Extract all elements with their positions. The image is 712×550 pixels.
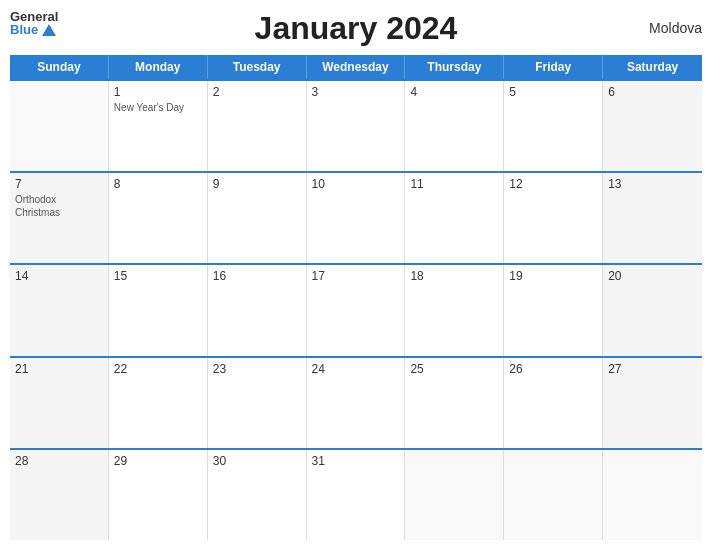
day-number: 13 xyxy=(608,177,697,191)
day-number: 15 xyxy=(114,269,202,283)
day-number: 19 xyxy=(509,269,597,283)
holiday-name: Orthodox Christmas xyxy=(15,193,103,219)
calendar-container: General Blue January 2024 Moldova Sunday… xyxy=(0,0,712,550)
day-cell: 3 xyxy=(307,81,406,171)
day-cell: 13 xyxy=(603,173,702,263)
day-number: 25 xyxy=(410,362,498,376)
day-cell xyxy=(504,450,603,540)
day-number: 21 xyxy=(15,362,103,376)
day-number: 6 xyxy=(608,85,697,99)
weeks-container: 1New Year's Day234567Orthodox Christmas8… xyxy=(10,79,702,540)
day-cell: 19 xyxy=(504,265,603,355)
day-cell: 22 xyxy=(109,358,208,448)
day-number: 23 xyxy=(213,362,301,376)
day-number: 9 xyxy=(213,177,301,191)
day-number: 31 xyxy=(312,454,400,468)
country-label: Moldova xyxy=(649,20,702,36)
day-header-wednesday: Wednesday xyxy=(307,55,406,79)
day-cell: 27 xyxy=(603,358,702,448)
day-cell xyxy=(405,450,504,540)
logo-triangle-icon xyxy=(42,24,56,36)
day-cell: 20 xyxy=(603,265,702,355)
day-cell: 5 xyxy=(504,81,603,171)
days-header: Sunday Monday Tuesday Wednesday Thursday… xyxy=(10,55,702,79)
day-cell: 6 xyxy=(603,81,702,171)
day-cell: 4 xyxy=(405,81,504,171)
day-header-monday: Monday xyxy=(109,55,208,79)
day-number: 18 xyxy=(410,269,498,283)
day-header-sunday: Sunday xyxy=(10,55,109,79)
day-cell: 24 xyxy=(307,358,406,448)
day-cell: 23 xyxy=(208,358,307,448)
day-cell: 26 xyxy=(504,358,603,448)
day-number: 10 xyxy=(312,177,400,191)
week-row-5: 28293031 xyxy=(10,448,702,540)
day-header-saturday: Saturday xyxy=(603,55,702,79)
day-cell: 18 xyxy=(405,265,504,355)
week-row-2: 7Orthodox Christmas8910111213 xyxy=(10,171,702,263)
day-cell xyxy=(10,81,109,171)
day-cell: 17 xyxy=(307,265,406,355)
day-number: 8 xyxy=(114,177,202,191)
week-row-1: 1New Year's Day23456 xyxy=(10,79,702,171)
day-cell: 15 xyxy=(109,265,208,355)
day-cell: 2 xyxy=(208,81,307,171)
day-number: 11 xyxy=(410,177,498,191)
day-number: 14 xyxy=(15,269,103,283)
day-number: 30 xyxy=(213,454,301,468)
day-cell: 1New Year's Day xyxy=(109,81,208,171)
day-cell: 10 xyxy=(307,173,406,263)
calendar-grid: Sunday Monday Tuesday Wednesday Thursday… xyxy=(10,55,702,540)
calendar-title: January 2024 xyxy=(255,10,458,47)
day-number: 4 xyxy=(410,85,498,99)
day-number: 2 xyxy=(213,85,301,99)
holiday-name: New Year's Day xyxy=(114,101,202,114)
day-cell: 16 xyxy=(208,265,307,355)
day-cell: 21 xyxy=(10,358,109,448)
day-number: 28 xyxy=(15,454,103,468)
day-number: 24 xyxy=(312,362,400,376)
day-cell: 11 xyxy=(405,173,504,263)
day-number: 17 xyxy=(312,269,400,283)
day-header-friday: Friday xyxy=(504,55,603,79)
day-number: 26 xyxy=(509,362,597,376)
week-row-3: 14151617181920 xyxy=(10,263,702,355)
day-number: 7 xyxy=(15,177,103,191)
day-cell: 25 xyxy=(405,358,504,448)
week-row-4: 21222324252627 xyxy=(10,356,702,448)
day-cell: 28 xyxy=(10,450,109,540)
day-number: 5 xyxy=(509,85,597,99)
day-cell: 29 xyxy=(109,450,208,540)
day-cell: 30 xyxy=(208,450,307,540)
calendar-header: General Blue January 2024 Moldova xyxy=(10,10,702,47)
day-cell: 8 xyxy=(109,173,208,263)
logo: General Blue xyxy=(10,10,58,36)
logo-blue-text: Blue xyxy=(10,23,56,36)
day-number: 12 xyxy=(509,177,597,191)
day-number: 16 xyxy=(213,269,301,283)
day-number: 3 xyxy=(312,85,400,99)
day-number: 22 xyxy=(114,362,202,376)
day-cell: 14 xyxy=(10,265,109,355)
day-cell: 12 xyxy=(504,173,603,263)
day-cell: 7Orthodox Christmas xyxy=(10,173,109,263)
day-cell: 31 xyxy=(307,450,406,540)
day-number: 20 xyxy=(608,269,697,283)
day-header-tuesday: Tuesday xyxy=(208,55,307,79)
day-cell xyxy=(603,450,702,540)
day-header-thursday: Thursday xyxy=(405,55,504,79)
day-number: 1 xyxy=(114,85,202,99)
day-number: 27 xyxy=(608,362,697,376)
day-cell: 9 xyxy=(208,173,307,263)
day-number: 29 xyxy=(114,454,202,468)
